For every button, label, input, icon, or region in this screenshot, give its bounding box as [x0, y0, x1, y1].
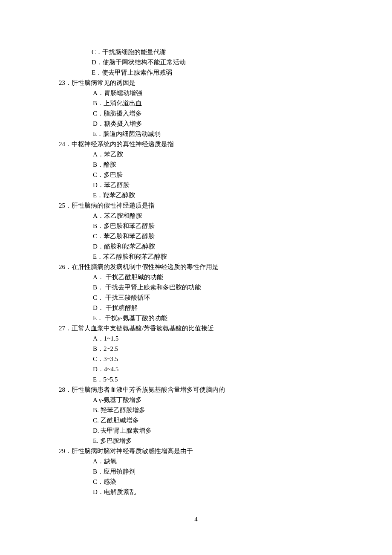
question-text: 肝性脑病时脑对神经毒质敏感性增高是由于	[72, 448, 193, 454]
question-number: 25	[59, 202, 65, 209]
question-28: 28．肝性脑病患者血液中芳香族氨基酸含量增多可使脑内的 A γ-氨基丁酸增多 B…	[58, 384, 334, 446]
option-item: C．干扰脑细胞的能量代谢	[58, 47, 334, 57]
option-item: D．苯乙醇胺	[59, 180, 334, 190]
question-number: 26	[59, 263, 65, 270]
option-item: C. 乙酰胆碱增多	[59, 415, 334, 425]
option-item: B．应用镇静剂	[59, 466, 334, 477]
question-number: 23	[59, 79, 65, 86]
question-text: 肝性脑病患者血液中芳香族氨基酸含量增多可使脑内的	[72, 386, 225, 393]
question-23: 23．肝性脑病常见的诱因是 A．胃肠蠕动增强 B．上消化道出血 C．脂肪摄入增多…	[58, 78, 334, 139]
option-item: E．5~5.5	[59, 374, 334, 384]
question-24: 24．中枢神经系统内的真性神经递质是指 A．苯乙胺 B．酪胺 C．多巴胺 D．苯…	[58, 139, 334, 200]
option-item: A．胃肠蠕动增强	[59, 88, 334, 98]
option-item: C．多巴胺	[59, 170, 334, 180]
option-item: C．感染	[59, 477, 334, 487]
option-item: E．苯乙醇胺和羟苯乙醇胺	[59, 251, 334, 262]
option-item: C．脂肪摄入增多	[59, 108, 334, 119]
option-item: C．苯乙胺和苯乙醇胺	[59, 231, 334, 241]
option-item: A．缺氧	[59, 456, 334, 466]
question-number: 28	[59, 386, 65, 393]
question-text: 在肝性脑病的发病机制中假性神经递质的毒性作用是	[72, 263, 219, 270]
option-item: E．羟苯乙醇胺	[59, 190, 334, 200]
option-item: B．2~2.5	[59, 344, 334, 354]
option-item: C． 干扰三羧酸循环	[59, 292, 334, 303]
option-item: E． 干扰γ-氨基丁酸的功能	[59, 313, 334, 323]
orphan-options-block: C．干扰脑细胞的能量代谢 D．使脑干网状结构不能正常活动 E．使去甲肾上腺素作用…	[58, 47, 334, 78]
question-29: 29．肝性脑病时脑对神经毒质敏感性增高是由于 A．缺氧 B．应用镇静剂 C．感染…	[58, 446, 334, 497]
option-item: C．3~3.5	[59, 354, 334, 364]
option-item: D．糖类摄入增多	[59, 119, 334, 129]
option-item: A．苯乙胺和酪胺	[59, 211, 334, 221]
option-item: B．多巴胺和苯乙醇胺	[59, 221, 334, 231]
option-item: D．使脑干网状结构不能正常活动	[58, 57, 334, 67]
question-26: 26．在肝性脑病的发病机制中假性神经递质的毒性作用是 A． 干扰乙酰胆碱的功能 …	[58, 262, 334, 323]
question-25: 25．肝性脑病的假性神经递质是指 A．苯乙胺和酪胺 B．多巴胺和苯乙醇胺 C．苯…	[58, 200, 334, 262]
question-text: 正常人血浆中支链氨基酸/芳香族氨基酸的比值接近	[72, 325, 214, 332]
page-number: 4	[58, 514, 334, 524]
option-item: E. 多巴胺增多	[59, 436, 334, 446]
option-item: A．苯乙胺	[59, 149, 334, 159]
option-item: A．1~1.5	[59, 333, 334, 344]
question-number: 29	[59, 448, 65, 454]
option-item: B． 干扰去甲肾上腺素和多巴胺的功能	[59, 282, 334, 292]
document-page: C．干扰脑细胞的能量代谢 D．使脑干网状结构不能正常活动 E．使去甲肾上腺素作用…	[0, 0, 392, 524]
option-item: D．电解质紊乱	[59, 487, 334, 497]
question-text: 肝性脑病常见的诱因是	[72, 79, 135, 86]
question-text: 中枢神经系统内的真性神经递质是指	[72, 141, 174, 147]
option-item: A． 干扰乙酰胆碱的功能	[59, 272, 334, 282]
question-text: 肝性脑病的假性神经递质是指	[72, 202, 155, 209]
option-item: D． 干扰糖酵解	[59, 303, 334, 313]
option-item: D. 去甲肾上腺素增多	[59, 425, 334, 436]
question-27: 27．正常人血浆中支链氨基酸/芳香族氨基酸的比值接近 A．1~1.5 B．2~2…	[58, 323, 334, 384]
option-item: B．酪胺	[59, 159, 334, 170]
option-item: D．酪胺和羟苯乙醇胺	[59, 241, 334, 251]
option-item: D．4~4.5	[59, 364, 334, 374]
option-item: B．上消化道出血	[59, 98, 334, 108]
question-number: 27	[59, 325, 65, 332]
option-item: B. 羟苯乙醇胺增多	[59, 405, 334, 415]
question-number: 24	[59, 141, 65, 147]
option-item: E．使去甲肾上腺素作用减弱	[58, 67, 334, 78]
option-item: A γ-氨基丁酸增多	[59, 395, 334, 405]
option-item: E．肠道内细菌活动减弱	[59, 129, 334, 139]
